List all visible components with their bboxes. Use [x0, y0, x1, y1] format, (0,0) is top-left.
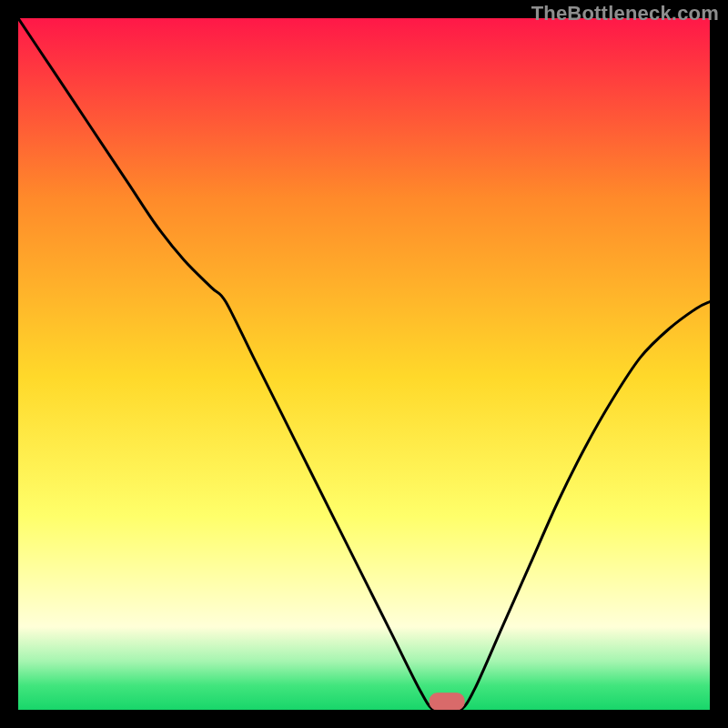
optimal-marker	[430, 693, 464, 710]
gradient-background	[18, 18, 710, 710]
watermark-text: TheBottleneck.com	[531, 2, 719, 25]
bottleneck-chart	[18, 18, 710, 710]
chart-frame: { "watermark": "TheBottleneck.com", "col…	[0, 0, 728, 728]
